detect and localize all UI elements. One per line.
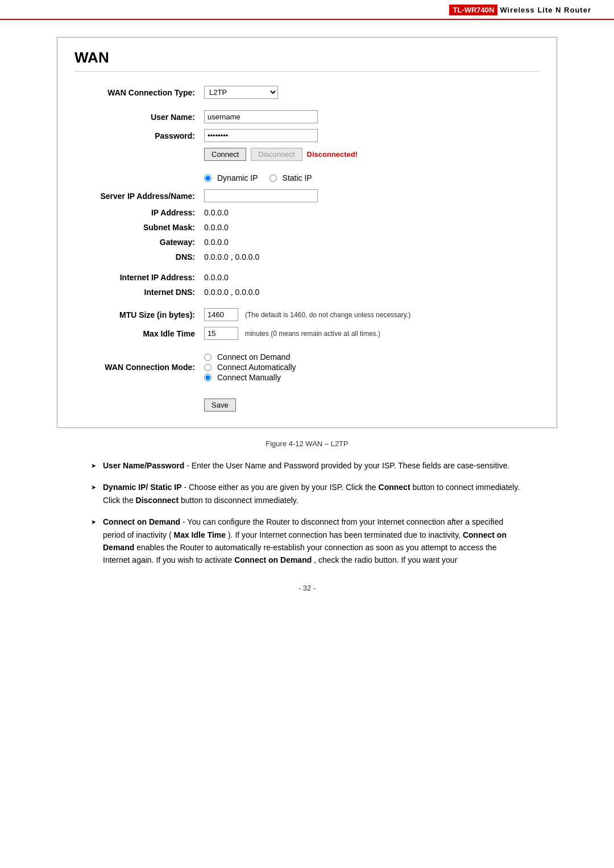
ip-address-value: 0.0.0.0 (200, 205, 540, 220)
dynamic-ip-radio[interactable] (204, 175, 211, 182)
connection-type-value: L2TP Dynamic IP Static IP PPPoE PPTP Big… (200, 83, 540, 102)
password-value (200, 126, 540, 145)
mode-demand-option: Connect on Demand (204, 352, 535, 362)
mode-manual-label: Connect Manually (217, 373, 281, 382)
server-ip-label: Server IP Address/Name: (74, 186, 200, 205)
spacer3 (74, 264, 540, 270)
username-input[interactable] (204, 110, 318, 123)
password-label: Password: (74, 126, 200, 145)
spacer6 (74, 386, 540, 392)
desc-1-body: Enter the User Name and Password provide… (192, 461, 510, 470)
mtu-note: (The default is 1460, do not change unle… (245, 311, 410, 319)
server-ip-input[interactable] (204, 189, 318, 202)
desc-3-body2: ). If your Internet connection has been … (228, 530, 463, 539)
save-row: Save (74, 392, 540, 416)
connection-status: Disconnected! (307, 150, 358, 159)
static-ip-radio[interactable] (269, 175, 277, 182)
model-name: TL-WR740N (449, 5, 497, 15)
wan-title: WAN (74, 49, 540, 72)
mode-demand-radio[interactable] (204, 354, 211, 361)
spacer5 (74, 343, 540, 348)
internet-dns-value: 0.0.0.0 , 0.0.0.0 (200, 285, 540, 300)
dynamic-ip-label: Dynamic IP (217, 173, 258, 182)
internet-ip-label: Internet IP Address: (74, 270, 200, 285)
internet-ip-row: Internet IP Address: 0.0.0.0 (74, 270, 540, 285)
wan-mode-options: Connect on Demand Connect Automatically … (200, 348, 540, 386)
desc-3-body4: , check the radio button. If you want yo… (314, 555, 457, 564)
static-ip-label: Static IP (283, 173, 312, 182)
main-content: WAN WAN Connection Type: L2TP Dynamic IP… (0, 20, 614, 609)
mode-auto-label: Connect Automatically (217, 363, 296, 372)
mode-auto-radio[interactable] (204, 364, 211, 371)
subnet-mask-row: Subnet Mask: 0.0.0.0 (74, 220, 540, 235)
gateway-value: 0.0.0.0 (200, 235, 540, 250)
mtu-input[interactable] (204, 308, 238, 321)
connect-buttons-row: Connect Disconnect Disconnected! (74, 145, 540, 164)
page-header: TL-WR740N Wireless Lite N Router (0, 0, 614, 20)
server-ip-value (200, 186, 540, 205)
username-value (200, 107, 540, 126)
figure-caption: Figure 4-12 WAN – L2TP (57, 439, 557, 448)
ip-type-cell: Dynamic IP Static IP (200, 169, 540, 186)
ip-address-label: IP Address: (74, 205, 200, 220)
max-idle-label: Max Idle Time (74, 324, 200, 343)
router-title: Wireless Lite N Router (500, 6, 591, 14)
wan-form: WAN Connection Type: L2TP Dynamic IP Sta… (74, 83, 540, 416)
spacer1 (74, 102, 540, 107)
static-ip-option[interactable]: Static IP (269, 173, 312, 182)
connection-type-label: WAN Connection Type: (74, 83, 200, 102)
dns-row: DNS: 0.0.0.0 , 0.0.0.0 (74, 250, 540, 264)
max-idle-note: minutes (0 means remain active at all ti… (245, 330, 380, 338)
desc-2-bold: Dynamic IP/ Static IP (103, 483, 182, 492)
desc-2-dash: - (184, 483, 189, 492)
desc-item-3: Connect on Demand - You can configure th… (91, 516, 523, 567)
desc-1-dash: - (186, 461, 192, 470)
connect-buttons-cell: Connect Disconnect Disconnected! (200, 145, 540, 164)
max-idle-row: Max Idle Time minutes (0 means remain ac… (74, 324, 540, 343)
max-idle-input[interactable] (204, 327, 238, 340)
wan-mode-row: WAN Connection Mode: Connect on Demand C… (74, 348, 540, 386)
desc-2-text: Dynamic IP/ Static IP - Choose either as… (103, 481, 523, 506)
password-input[interactable] (204, 129, 318, 142)
mtu-label: MTU Size (in bytes): (74, 305, 200, 324)
mode-auto-option: Connect Automatically (204, 363, 535, 372)
dns-label: DNS: (74, 250, 200, 264)
desc-1-bold: User Name/Password (103, 461, 184, 470)
mtu-cell: (The default is 1460, do not change unle… (200, 305, 540, 324)
spacer2 (74, 164, 540, 169)
internet-dns-label: Internet DNS: (74, 285, 200, 300)
desc-item-1: User Name/Password - Enter the User Name… (91, 459, 523, 472)
subnet-mask-label: Subnet Mask: (74, 220, 200, 235)
mode-demand-label: Connect on Demand (217, 352, 290, 362)
save-spacer (74, 392, 200, 416)
mode-manual-radio[interactable] (204, 374, 211, 381)
description-list: User Name/Password - Enter the User Name… (57, 459, 557, 567)
max-idle-cell: minutes (0 means remain active at all ti… (200, 324, 540, 343)
server-ip-row: Server IP Address/Name: (74, 186, 540, 205)
ip-type-spacer (74, 169, 200, 186)
password-row: Password: (74, 126, 540, 145)
wan-box: WAN WAN Connection Type: L2TP Dynamic IP… (57, 37, 557, 428)
username-row: User Name: (74, 107, 540, 126)
internet-dns-row: Internet DNS: 0.0.0.0 , 0.0.0.0 (74, 285, 540, 300)
dynamic-ip-option[interactable]: Dynamic IP (204, 173, 258, 182)
subnet-mask-value: 0.0.0.0 (200, 220, 540, 235)
desc-3-text: Connect on Demand - You can configure th… (103, 516, 523, 567)
desc-item-2: Dynamic IP/ Static IP - Choose either as… (91, 481, 523, 506)
connect-button[interactable]: Connect (204, 148, 246, 161)
desc-2-connect-bold: Connect (379, 483, 410, 492)
connection-type-select[interactable]: L2TP Dynamic IP Static IP PPPoE PPTP Big… (204, 86, 278, 99)
disconnect-button[interactable]: Disconnect (251, 148, 302, 161)
wan-mode-label: WAN Connection Mode: (74, 348, 200, 386)
desc-2-disconnect-bold: Disconnect (136, 496, 179, 505)
gateway-label: Gateway: (74, 235, 200, 250)
desc-1-text: User Name/Password - Enter the User Name… (103, 459, 509, 472)
desc-3-max-idle-bold: Max Idle Time (174, 530, 226, 539)
mode-manual-option: Connect Manually (204, 373, 535, 382)
ip-type-group: Dynamic IP Static IP (204, 172, 535, 184)
save-button[interactable]: Save (204, 398, 236, 412)
internet-ip-value: 0.0.0.0 (200, 270, 540, 285)
dns-value: 0.0.0.0 , 0.0.0.0 (200, 250, 540, 264)
ip-address-row: IP Address: 0.0.0.0 (74, 205, 540, 220)
mtu-row: MTU Size (in bytes): (The default is 146… (74, 305, 540, 324)
